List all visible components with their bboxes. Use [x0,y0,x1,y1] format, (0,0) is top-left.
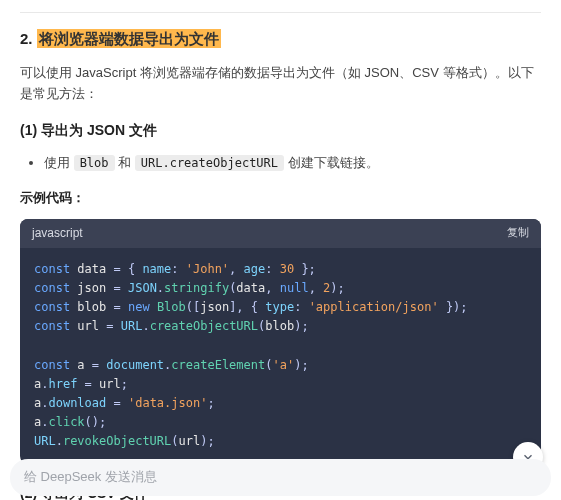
divider [20,12,541,13]
heading-number: 2. [20,30,33,47]
chat-input[interactable]: 给 DeepSeek 发送消息 [10,459,551,496]
heading-title-highlight: 将浏览器端数据导出为文件 [37,29,221,48]
example-label: 示例代码： [20,188,541,209]
inline-code: Blob [74,155,115,171]
section-heading: 2. 将浏览器端数据导出为文件 [20,27,541,51]
code-block-1: javascript 复制 const data = { name: 'John… [20,219,541,464]
subsection-1-list: 使用 Blob 和 URL.createObjectURL 创建下载链接。 [20,153,541,174]
section-desc: 可以使用 JavaScript 将浏览器端存储的数据导出为文件（如 JSON、C… [20,63,541,105]
code-header: javascript 复制 [20,219,541,248]
chat-placeholder: 给 DeepSeek 发送消息 [24,469,157,484]
code-lang: javascript [32,224,83,243]
list-item: 使用 Blob 和 URL.createObjectURL 创建下载链接。 [44,153,541,174]
inline-code: URL.createObjectURL [135,155,284,171]
subsection-1-title: (1) 导出为 JSON 文件 [20,119,541,141]
copy-button[interactable]: 复制 [507,224,529,242]
code-content: const data = { name: 'John', age: 30 }; … [20,248,541,464]
